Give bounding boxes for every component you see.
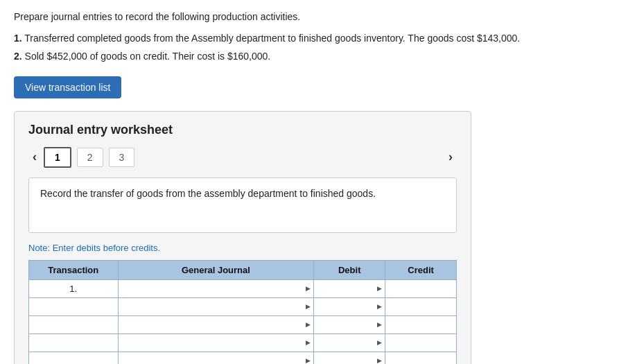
- header-debit: Debit: [314, 260, 385, 279]
- table-row-credit-4[interactable]: [385, 352, 457, 364]
- activity-1-text: Transferred completed goods from the Ass…: [24, 33, 520, 44]
- journal-input-1[interactable]: [119, 298, 314, 315]
- table-row-debit-4[interactable]: [314, 352, 385, 364]
- journal-input-3[interactable]: [119, 334, 314, 352]
- debit-input-0[interactable]: [314, 280, 385, 297]
- debit-input-1[interactable]: [314, 298, 385, 315]
- activity-1-number: 1.: [14, 33, 22, 44]
- table-row-transaction-3: [29, 333, 119, 352]
- header-general-journal: General Journal: [118, 260, 314, 279]
- worksheet-title: Journal entry worksheet: [28, 123, 457, 137]
- tab-next-button[interactable]: ›: [444, 148, 457, 166]
- table-row-transaction-1: [29, 297, 119, 315]
- note-text: Note: Enter debits before credits.: [28, 243, 457, 253]
- debit-input-4[interactable]: [314, 352, 385, 364]
- table-row-journal-2[interactable]: [118, 315, 314, 333]
- tab-2-button[interactable]: 2: [77, 148, 103, 167]
- tab-navigation: ‹ 1 2 3 ›: [28, 147, 457, 168]
- journal-input-0[interactable]: [119, 280, 314, 297]
- table-row-debit-0[interactable]: [314, 279, 385, 297]
- view-transaction-list-button[interactable]: View transaction list: [14, 76, 121, 98]
- instruction-box: Record the transfer of goods from the as…: [28, 177, 457, 233]
- table-row-debit-2[interactable]: [314, 315, 385, 333]
- table-row-debit-3[interactable]: [314, 333, 385, 352]
- credit-input-0[interactable]: [385, 280, 456, 297]
- intro-heading: Prepare journal entries to record the fo…: [14, 11, 605, 22]
- credit-input-3[interactable]: [385, 334, 456, 352]
- table-row-credit-3[interactable]: [385, 333, 457, 352]
- table-row-journal-0[interactable]: [118, 279, 314, 297]
- table-row-transaction-2: [29, 315, 119, 333]
- credit-input-4[interactable]: [385, 352, 456, 364]
- table-row-debit-1[interactable]: [314, 297, 385, 315]
- header-transaction: Transaction: [29, 260, 119, 279]
- tab-3-button[interactable]: 3: [109, 148, 135, 167]
- tab-prev-button[interactable]: ‹: [28, 148, 41, 166]
- activities-list: 1. Transferred completed goods from the …: [14, 31, 605, 65]
- table-row-journal-3[interactable]: [118, 333, 314, 352]
- debit-input-2[interactable]: [314, 316, 385, 333]
- header-credit: Credit: [385, 260, 457, 279]
- debit-input-3[interactable]: [314, 334, 385, 352]
- table-row-journal-4[interactable]: [118, 352, 314, 364]
- table-row-transaction-4: [29, 352, 119, 364]
- credit-input-2[interactable]: [385, 316, 456, 333]
- credit-input-1[interactable]: [385, 298, 456, 315]
- journal-table: Transaction General Journal Debit Credit…: [28, 260, 457, 364]
- table-row-credit-0[interactable]: [385, 279, 457, 297]
- table-row-credit-1[interactable]: [385, 297, 457, 315]
- table-row-credit-2[interactable]: [385, 315, 457, 333]
- worksheet-container: Journal entry worksheet ‹ 1 2 3 › Record…: [14, 111, 471, 364]
- journal-input-2[interactable]: [119, 316, 314, 333]
- journal-input-4[interactable]: [119, 352, 314, 364]
- table-row-transaction-0: 1.: [29, 279, 119, 297]
- activity-2-text: Sold $452,000 of goods on credit. Their …: [25, 51, 271, 62]
- activity-2-number: 2.: [14, 51, 22, 62]
- table-row-journal-1[interactable]: [118, 297, 314, 315]
- tab-1-button[interactable]: 1: [44, 147, 71, 168]
